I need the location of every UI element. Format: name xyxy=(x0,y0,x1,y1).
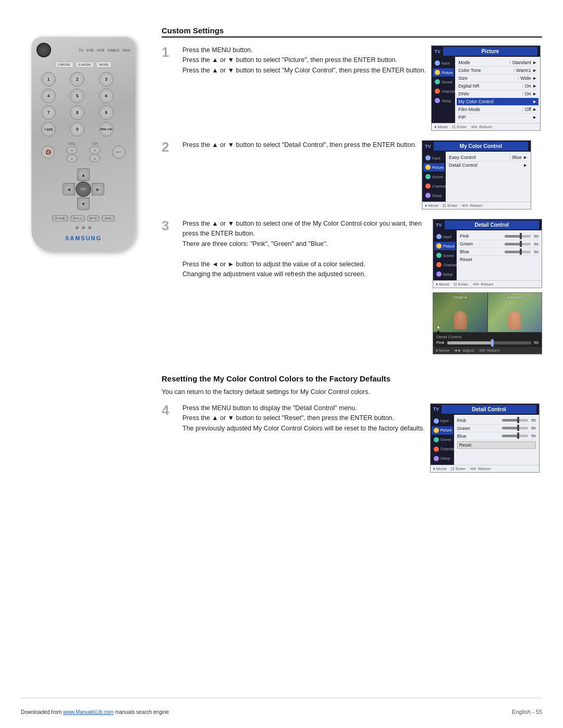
input-icon xyxy=(435,60,440,66)
psize-button[interactable]: P.SIZE xyxy=(52,215,68,221)
btn-7[interactable]: 7 xyxy=(41,105,56,120)
menu-dnr: Digital NR: On ► xyxy=(458,82,537,90)
samsung-logo: SAMSUNG xyxy=(65,235,102,241)
channel-icon3 xyxy=(436,262,442,267)
picture-icon xyxy=(435,70,440,75)
section2-desc: You can return to the factory default se… xyxy=(162,387,542,397)
btn-1[interactable]: 1 xyxy=(41,72,56,87)
sidebar-channel: Channel xyxy=(433,87,454,95)
pink-slider: 50 xyxy=(505,234,538,239)
up-arrow: ▲ xyxy=(436,325,440,329)
original-label: Original xyxy=(453,295,468,300)
green-slider: 50 xyxy=(505,242,538,246)
sidebar4-channel: Channel xyxy=(432,445,453,453)
setup-icon2 xyxy=(425,193,431,198)
dpad-up[interactable]: ▲ xyxy=(77,168,90,181)
cable-label: CABLE xyxy=(107,48,119,52)
detail-title: Detail Control xyxy=(445,220,539,229)
reset-btn-row: Reset xyxy=(457,441,536,449)
mycolor-nav-bar: ♦ Move⊡ Enter⊲⊳ Return xyxy=(422,202,531,209)
dot1 xyxy=(76,226,79,229)
sidebar-input: Input xyxy=(433,59,454,67)
preview-nav: ♦ Move◄► Adjust⊲⊳ Return xyxy=(433,347,542,354)
ch-up[interactable]: ∧ xyxy=(89,146,101,154)
footer-link[interactable]: www.ManualsLib.com xyxy=(63,709,114,715)
menu-pink: Pink 50 xyxy=(460,232,538,240)
pmode-button[interactable]: P.MODE xyxy=(55,61,74,68)
main-content: TV STB VCR CABLE DVD P.MODE S.MODE MODE … xyxy=(21,26,542,482)
step4-text-area: Press the MENU button to display the "De… xyxy=(182,403,425,436)
step3-content: Press the ▲ or ▼ button to select one of… xyxy=(182,219,542,354)
vol-up[interactable]: ∧ xyxy=(66,146,78,154)
btn-5[interactable]: 5 xyxy=(70,89,84,103)
picture-icon4 xyxy=(434,428,439,433)
remote-dots xyxy=(76,226,91,229)
picture-menu-screen: TV Picture Input Pic xyxy=(431,45,541,131)
dpad-left[interactable]: ◄ xyxy=(63,183,75,195)
preview-control: Detail Control Pink 50 xyxy=(433,332,542,347)
menu-blue: Blue 50 xyxy=(460,248,538,256)
channel-icon4 xyxy=(434,447,439,452)
ch-buttons: ∧ ∨ xyxy=(89,146,101,162)
sidebar-sound: Sound xyxy=(433,78,454,86)
dot3 xyxy=(88,226,91,229)
sidebar2-picture: Picture xyxy=(423,163,445,171)
btn-9[interactable]: 9 xyxy=(99,105,114,120)
detail-screen: TV Detail Control Input xyxy=(433,219,542,288)
adjusted-half: Adjusted xyxy=(488,293,542,332)
btn-4[interactable]: 4 xyxy=(41,89,56,103)
enter-button[interactable]: ENT xyxy=(76,181,91,197)
original-half: Original xyxy=(433,293,488,332)
reset-menu-content: Pink 50 Green xyxy=(454,415,539,465)
step1-text-area: Press the MENU button. Press the ▲ or ▼ … xyxy=(182,45,426,78)
vol-down[interactable]: ∨ xyxy=(66,155,78,162)
smode-button[interactable]: S.MODE xyxy=(76,61,94,68)
sound-icon xyxy=(435,79,440,84)
ch-down[interactable]: ∨ xyxy=(89,155,101,162)
remote-top-row: TV STB VCR CABLE DVD xyxy=(36,43,130,57)
still-button[interactable]: STILL xyxy=(70,215,85,221)
btn-3[interactable]: 3 xyxy=(99,72,114,87)
reset-pink-slider: 50 xyxy=(502,418,536,423)
menu-mycolor: My Color Control► xyxy=(457,98,538,106)
btn-0[interactable]: 0 xyxy=(70,122,84,137)
menu-filmmode: Film Mode: Off ► xyxy=(458,106,537,114)
source-button[interactable]: SRC xyxy=(112,145,126,159)
mute-button[interactable]: 🔇 xyxy=(41,145,55,159)
step3-text-area: Press the ▲ or ▼ button to select one of… xyxy=(182,219,427,282)
dpad-right[interactable]: ► xyxy=(92,183,104,195)
menu-mode: Mode: Standard ► xyxy=(458,59,537,67)
mts-button[interactable]: MTS xyxy=(87,215,100,221)
vol-buttons: ∧ ∨ xyxy=(66,146,78,162)
menu-dnie: DNIe: On ► xyxy=(458,90,537,98)
detail-control-label: Detail Control xyxy=(436,335,538,339)
tv-label: TV xyxy=(79,48,83,52)
srs-button[interactable]: SRS xyxy=(102,215,114,221)
reset-blue-slider: 50 xyxy=(502,434,536,438)
down-arrow: ▼ xyxy=(436,330,440,335)
btn-6[interactable]: 6 xyxy=(99,89,114,103)
step1-container: 1 Press the MENU button. Press the ▲ or … xyxy=(162,45,542,131)
btn-plus100[interactable]: +100 xyxy=(41,122,56,137)
menu-pip: PIP► xyxy=(458,114,537,121)
source-labels: TV STB VCR CABLE DVD xyxy=(79,48,130,52)
btn-2[interactable]: 2 xyxy=(70,72,84,87)
mode-button[interactable]: MODE xyxy=(96,61,112,68)
sidebar4-input: Input xyxy=(432,417,453,425)
pink-slider-track xyxy=(447,341,532,344)
step4-container: 4 Press the MENU button to display the "… xyxy=(162,403,542,473)
channel-icon xyxy=(435,89,440,94)
power-button[interactable] xyxy=(36,43,51,57)
picture-title: Picture xyxy=(443,47,537,56)
btn-prech[interactable]: PRE-CH xyxy=(99,122,114,137)
preview-images: Original Adjusted ▲ ▼ xyxy=(433,293,542,332)
dpad: ▲ ▼ ◄ ► ENT xyxy=(63,168,104,210)
mycolor-title: My Color Control xyxy=(434,142,528,151)
adjusted-label: Adjusted xyxy=(507,295,523,300)
btn-8[interactable]: 8 xyxy=(70,105,84,120)
sidebar3-picture: Picture xyxy=(434,242,456,250)
remote-area: TV STB VCR CABLE DVD P.MODE S.MODE MODE … xyxy=(21,26,146,482)
reset-pink: Pink 50 xyxy=(457,417,536,425)
sidebar2-sound: Sound xyxy=(423,172,445,181)
dpad-down[interactable]: ▼ xyxy=(77,198,90,210)
